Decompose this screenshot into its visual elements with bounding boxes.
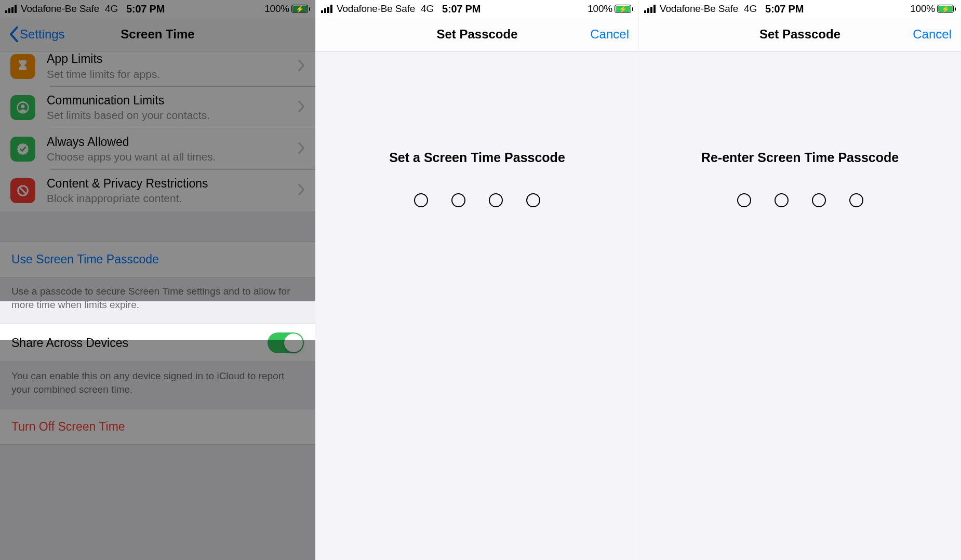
cellular-signal-icon — [321, 5, 332, 13]
link-label: Turn Off Screen Time — [11, 420, 125, 433]
row-app-limits[interactable]: App Limits Set time limits for apps. — [0, 51, 315, 87]
clock-label: 5:07 PM — [765, 3, 804, 15]
row-content-restrictions[interactable]: Content & Privacy Restrictions Block ina… — [0, 170, 315, 211]
carrier-label: Vodafone-Be Safe — [660, 3, 738, 15]
status-bar: Vodafone-Be Safe 4G 5:07 PM 100% ⚡ — [316, 0, 638, 18]
cancel-button[interactable]: Cancel — [913, 27, 952, 42]
passcode-dot — [737, 193, 751, 207]
network-type-label: 4G — [421, 3, 434, 15]
row-communication-limits[interactable]: Communication Limits Set limits based on… — [0, 87, 315, 128]
toggle-label: Share Across Devices — [11, 336, 268, 350]
passcode-footer-note: Use a passcode to secure Screen Time set… — [0, 277, 315, 324]
chevron-left-icon — [9, 26, 19, 42]
status-bar: Vodafone-Be Safe 4G 5:07 PM 100% ⚡ — [639, 0, 961, 18]
cellular-signal-icon — [644, 5, 656, 13]
row-title: App Limits — [47, 51, 298, 66]
contact-circle-icon — [10, 95, 35, 120]
status-bar: Vodafone-Be Safe 4G 5:07 PM 100% ⚡ — [0, 0, 315, 18]
battery-charging-icon: ⚡ — [937, 5, 956, 13]
passcode-prompt: Re-enter Screen Time Passcode — [639, 150, 961, 165]
clock-label: 5:07 PM — [126, 3, 165, 15]
clock-label: 5:07 PM — [442, 3, 480, 15]
chevron-right-icon — [298, 60, 305, 73]
use-screen-time-passcode-button[interactable]: Use Screen Time Passcode — [0, 242, 315, 277]
screen-screentime-settings: Vodafone-Be Safe 4G 5:07 PM 100% ⚡ Setti… — [0, 0, 315, 560]
passcode-dot — [451, 193, 465, 207]
battery-charging-icon: ⚡ — [291, 5, 310, 13]
battery-percent-label: 100% — [588, 3, 612, 15]
navbar: Settings Screen Time — [0, 18, 315, 51]
row-title: Content & Privacy Restrictions — [47, 176, 298, 191]
passcode-dot — [526, 193, 540, 207]
battery-percent-label: 100% — [910, 3, 935, 15]
back-button[interactable]: Settings — [9, 26, 65, 42]
passcode-dot — [775, 193, 789, 207]
checkmark-seal-icon — [10, 137, 35, 162]
settings-group-features: App Limits Set time limits for apps. Com… — [0, 51, 315, 211]
passcode-dot — [489, 193, 503, 207]
cellular-signal-icon — [5, 5, 17, 13]
chevron-right-icon — [298, 142, 305, 156]
passcode-body: Re-enter Screen Time Passcode — [639, 51, 961, 560]
no-entry-icon — [10, 178, 35, 203]
row-subtitle: Choose apps you want at all times. — [47, 150, 298, 164]
row-subtitle: Set time limits for apps. — [47, 68, 298, 81]
battery-charging-icon: ⚡ — [615, 5, 633, 13]
screen-set-passcode: Vodafone-Be Safe 4G 5:07 PM 100% ⚡ Set P… — [315, 0, 638, 560]
back-label: Settings — [20, 27, 65, 42]
screen-reenter-passcode: Vodafone-Be Safe 4G 5:07 PM 100% ⚡ Set P… — [638, 0, 961, 560]
row-always-allowed[interactable]: Always Allowed Choose apps you want at a… — [0, 128, 315, 170]
passcode-prompt: Set a Screen Time Passcode — [316, 150, 638, 165]
navbar: Set Passcode Cancel — [316, 18, 638, 51]
settings-body: App Limits Set time limits for apps. Com… — [0, 51, 315, 560]
turn-off-screen-time-button[interactable]: Turn Off Screen Time — [0, 409, 315, 445]
passcode-dot — [414, 193, 428, 207]
chevron-right-icon — [298, 184, 305, 197]
carrier-label: Vodafone-Be Safe — [337, 3, 415, 15]
chevron-right-icon — [298, 101, 305, 114]
passcode-dot — [849, 193, 863, 207]
row-subtitle: Set limits based on your contacts. — [47, 109, 298, 122]
navbar: Set Passcode Cancel — [639, 18, 961, 51]
hourglass-icon — [10, 54, 35, 79]
network-type-label: 4G — [105, 3, 118, 15]
share-footer-note: You can enable this on any device signed… — [0, 362, 315, 408]
link-label: Use Screen Time Passcode — [11, 252, 159, 266]
network-type-label: 4G — [744, 3, 757, 15]
row-title: Communication Limits — [47, 93, 298, 108]
svg-point-1 — [21, 104, 25, 108]
passcode-dot — [812, 193, 826, 207]
row-subtitle: Block inappropriate content. — [47, 192, 298, 205]
passcode-body: Set a Screen Time Passcode — [316, 51, 638, 560]
carrier-label: Vodafone-Be Safe — [21, 3, 99, 15]
row-title: Always Allowed — [47, 135, 298, 150]
share-across-devices-row[interactable]: Share Across Devices — [0, 324, 315, 362]
share-across-devices-toggle[interactable] — [268, 332, 304, 353]
passcode-dots[interactable] — [316, 193, 638, 207]
battery-percent-label: 100% — [264, 3, 289, 15]
cancel-button[interactable]: Cancel — [590, 27, 629, 42]
svg-line-3 — [20, 188, 26, 194]
passcode-dots[interactable] — [639, 193, 961, 207]
